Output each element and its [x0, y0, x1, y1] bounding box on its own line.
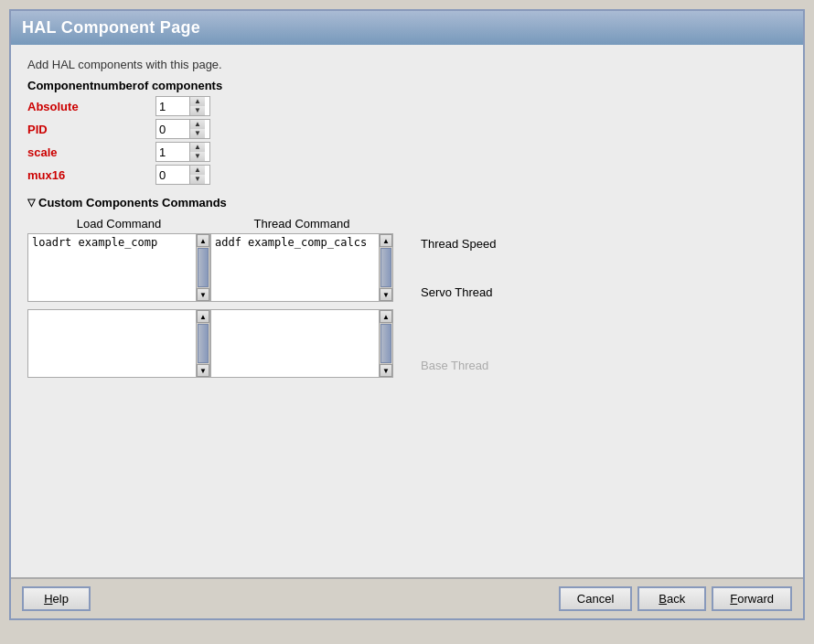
commands-area: Load Command loadrt example_comp ▲ ▼	[27, 217, 787, 381]
load-scrollbar-1: ▲ ▼	[196, 234, 209, 301]
thread-command-textarea-1[interactable]: addf example_comp_calcs	[211, 234, 380, 301]
thread-scroll-up-1[interactable]: ▲	[380, 234, 392, 247]
scale-up-btn[interactable]: ▲	[190, 143, 205, 152]
col-header-count: of components	[137, 79, 247, 92]
base-thread-item[interactable]: Base Thread	[421, 359, 488, 372]
thread-scroll-down-1[interactable]: ▼	[380, 288, 392, 301]
component-table: Componentnumber of components Absolute ▲…	[27, 79, 787, 185]
cancel-button[interactable]: Cancel	[559, 586, 632, 611]
absolute-spinner-buttons: ▲ ▼	[189, 97, 205, 115]
scale-input[interactable]	[156, 145, 189, 160]
table-header: Componentnumber of components	[27, 79, 787, 92]
table-row: Absolute ▲ ▼	[27, 96, 787, 116]
load-scroll-up-1[interactable]: ▲	[197, 234, 209, 247]
thread-scroll-down-2[interactable]: ▼	[380, 364, 392, 377]
thread-speed-area: Thread Speed Servo Thread Base Thread	[421, 217, 496, 381]
thread-scrollbar-2: ▲ ▼	[379, 310, 392, 377]
mux16-down-btn[interactable]: ▼	[190, 175, 205, 184]
mux16-up-btn[interactable]: ▲	[190, 166, 205, 175]
thread-command-textarea-2-wrapper: ▲ ▼	[210, 309, 393, 378]
forward-button[interactable]: Forward	[712, 586, 792, 611]
table-row: mux16 ▲ ▼	[27, 165, 787, 185]
component-label-pid: PID	[27, 123, 155, 136]
absolute-input[interactable]	[156, 99, 189, 114]
load-command-textarea-2[interactable]	[28, 310, 198, 377]
load-command-textarea-1[interactable]: loadrt example_comp	[28, 234, 198, 301]
thread-scrollbar-1: ▲ ▼	[379, 234, 392, 301]
component-label-mux16: mux16	[27, 168, 155, 182]
servo-thread-item[interactable]: Servo Thread	[421, 285, 493, 299]
component-label-absolute: Absolute	[27, 100, 155, 113]
thread-scroll-thumb-2[interactable]	[380, 324, 391, 363]
thread-command-textarea-1-wrapper: addf example_comp_calcs ▲ ▼	[210, 233, 393, 302]
thread-command-label: Thread Command	[210, 217, 393, 231]
load-scrollbar-2: ▲ ▼	[196, 310, 209, 377]
load-scroll-down-1[interactable]: ▼	[197, 288, 209, 301]
table-row: PID ▲ ▼	[27, 119, 787, 139]
help-label-rest: elp	[53, 592, 69, 606]
pid-input[interactable]	[156, 122, 189, 137]
subtitle-text: Add HAL components with this page.	[27, 58, 787, 71]
load-scroll-thumb-2[interactable]	[198, 324, 209, 363]
load-command-label: Load Command	[27, 217, 210, 231]
content-area: Add HAL components with this page. Compo…	[11, 45, 803, 577]
absolute-down-btn[interactable]: ▼	[190, 106, 205, 115]
pid-spinner-buttons: ▲ ▼	[189, 120, 205, 138]
custom-section: ▽ Custom Components Commands Load Comman…	[27, 196, 787, 381]
absolute-up-btn[interactable]: ▲	[190, 97, 205, 106]
main-window: HAL Component Page Add HAL components wi…	[9, 9, 805, 620]
mux16-input[interactable]	[156, 167, 189, 183]
load-command-textarea-2-wrapper: ▲ ▼	[27, 309, 210, 378]
thread-scroll-up-2[interactable]: ▲	[380, 310, 392, 323]
help-button[interactable]: Help	[22, 586, 91, 611]
scale-spinner[interactable]: ▲ ▼	[155, 142, 210, 162]
thread-scroll-thumb-1[interactable]	[380, 248, 391, 287]
mux16-spinner-buttons: ▲ ▼	[189, 166, 205, 184]
mux16-spinner[interactable]: ▲ ▼	[155, 165, 210, 185]
absolute-spinner[interactable]: ▲ ▼	[155, 96, 210, 116]
custom-section-header[interactable]: ▽ Custom Components Commands	[27, 196, 787, 209]
thread-speed-header: Thread Speed	[421, 237, 496, 251]
pid-down-btn[interactable]: ▼	[190, 129, 205, 138]
custom-section-title: Custom Components Commands	[38, 196, 227, 209]
table-row: scale ▲ ▼	[27, 142, 787, 162]
thread-command-column: Thread Command addf example_comp_calcs ▲…	[210, 217, 393, 381]
pid-up-btn[interactable]: ▲	[190, 120, 205, 129]
bottom-bar: Help Cancel Back Forward	[11, 577, 803, 618]
collapse-icon: ▽	[27, 197, 35, 209]
load-scroll-up-2[interactable]: ▲	[197, 310, 209, 323]
load-command-textarea-1-wrapper: loadrt example_comp ▲ ▼	[27, 233, 210, 302]
window-title: HAL Component Page	[22, 18, 200, 37]
title-bar: HAL Component Page	[11, 11, 803, 45]
thread-rows: addf example_comp_calcs ▲ ▼ ▲	[210, 233, 393, 381]
col-header-name: Componentnumber	[27, 79, 137, 92]
scale-spinner-buttons: ▲ ▼	[189, 143, 205, 161]
thread-command-textarea-2[interactable]	[211, 310, 380, 377]
scale-down-btn[interactable]: ▼	[190, 152, 205, 161]
pid-spinner[interactable]: ▲ ▼	[155, 119, 210, 139]
back-button[interactable]: Back	[637, 586, 706, 611]
load-scroll-thumb-1[interactable]	[198, 248, 209, 287]
load-scroll-down-2[interactable]: ▼	[197, 364, 209, 377]
load-rows: loadrt example_comp ▲ ▼ ▲	[27, 233, 210, 381]
component-label-scale: scale	[27, 145, 155, 159]
nav-buttons: Cancel Back Forward	[559, 586, 792, 611]
load-command-column: Load Command loadrt example_comp ▲ ▼	[27, 217, 210, 381]
